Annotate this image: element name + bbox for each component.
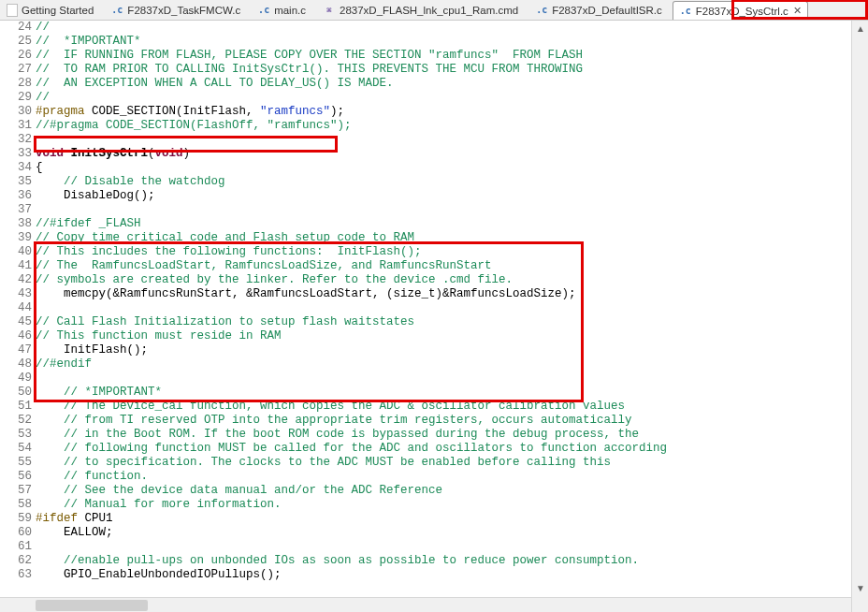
- line-number: 60: [0, 526, 32, 540]
- code-line[interactable]: // The RamfuncsLoadStart, RamfuncsLoadSi…: [36, 259, 851, 273]
- code-line[interactable]: [36, 540, 851, 554]
- line-number: 57: [0, 484, 32, 498]
- line-number: 27: [0, 63, 32, 77]
- code-line[interactable]: [36, 133, 851, 147]
- line-number: 24: [0, 21, 32, 35]
- line-number: 41: [0, 259, 32, 273]
- code-line[interactable]: // The Device_cal function, which copies…: [36, 400, 851, 414]
- line-number: 54: [0, 442, 32, 456]
- line-number: 62: [0, 554, 32, 568]
- line-number: 39: [0, 231, 32, 245]
- line-number: 35: [0, 175, 32, 189]
- code-line[interactable]: #pragma CODE_SECTION(InitFlash, "ramfunc…: [36, 105, 851, 119]
- line-number: 59: [0, 512, 32, 526]
- line-number: 48: [0, 357, 32, 372]
- c-file-icon: .c: [679, 5, 692, 18]
- vertical-scrollbar[interactable]: ▲ ▼: [851, 21, 868, 612]
- code-line[interactable]: // *IMPORTANT*: [36, 386, 851, 400]
- tab-f2837xd-defaultisr-c[interactable]: .cF2837xD_DefaultISR.c: [528, 0, 669, 19]
- code-line[interactable]: [36, 301, 851, 315]
- horizontal-scrollbar[interactable]: [0, 597, 851, 612]
- code-content[interactable]: //// *IMPORTANT*// IF RUNNING FROM FLASH…: [36, 21, 851, 612]
- line-number: 56: [0, 470, 32, 484]
- c-file-icon: .c: [535, 4, 548, 17]
- code-line[interactable]: #ifdef CPU1: [36, 512, 851, 526]
- scroll-up-arrow[interactable]: ▲: [854, 22, 867, 36]
- code-line[interactable]: InitFlash();: [36, 343, 851, 357]
- code-line[interactable]: // *IMPORTANT*: [36, 35, 851, 49]
- code-line[interactable]: // in the Boot ROM. If the boot ROM code…: [36, 428, 851, 442]
- code-line[interactable]: // Manual for more information.: [36, 498, 851, 512]
- line-number: 63: [0, 568, 32, 582]
- tab-getting-started[interactable]: Getting Started: [0, 0, 100, 19]
- line-number: 51: [0, 400, 32, 414]
- code-line[interactable]: //: [36, 91, 851, 105]
- code-line[interactable]: //#ifdef _FLASH: [36, 217, 851, 231]
- code-line[interactable]: DisableDog();: [36, 189, 851, 203]
- tab-label: Getting Started: [22, 5, 94, 16]
- line-number: 40: [0, 245, 32, 259]
- scroll-down-arrow[interactable]: ▼: [854, 582, 867, 595]
- line-number: 32: [0, 133, 32, 147]
- tab-label: F2837xD_SysCtrl.c: [696, 6, 788, 17]
- code-line[interactable]: // TO RAM PRIOR TO CALLING InitSysCtrl()…: [36, 63, 851, 77]
- code-line[interactable]: // This includes the following functions…: [36, 245, 851, 259]
- line-number: 42: [0, 273, 32, 287]
- code-line[interactable]: // from TI reserved OTP into the appropr…: [36, 414, 851, 428]
- code-line[interactable]: [36, 372, 851, 386]
- line-number: 49: [0, 372, 32, 386]
- c-file-icon: .c: [110, 4, 123, 17]
- tab-f2837xd-sysctrl-c[interactable]: .cF2837xD_SysCtrl.c✕: [673, 1, 808, 20]
- line-number: 31: [0, 119, 32, 133]
- line-number: 52: [0, 414, 32, 428]
- editor-area: 2425262728293031323334353637383940414243…: [0, 21, 868, 612]
- code-line[interactable]: // See the device data manual and/or the…: [36, 484, 851, 498]
- line-number-gutter: 2425262728293031323334353637383940414243…: [0, 21, 36, 612]
- horizontal-scrollbar-thumb[interactable]: [36, 600, 148, 611]
- code-line[interactable]: GPIO_EnableUnbondedIOPullups();: [36, 568, 851, 582]
- tab-f2837xd-taskfmcw-c[interactable]: .cF2837xD_TaskFMCW.c: [104, 0, 247, 19]
- code-line[interactable]: // AN EXCEPTION WHEN A CALL TO DELAY_US(…: [36, 77, 851, 91]
- code-line[interactable]: memcpy(&RamfuncsRunStart, &RamfuncsLoadS…: [36, 287, 851, 301]
- code-line[interactable]: // function.: [36, 470, 851, 484]
- line-number: 47: [0, 343, 32, 357]
- code-line[interactable]: // following function MUST be called for…: [36, 442, 851, 456]
- code-line[interactable]: EALLOW;: [36, 526, 851, 540]
- line-number: 61: [0, 540, 32, 554]
- code-line[interactable]: //: [36, 21, 851, 35]
- tab-2837xd-flash-lnk-cpu1-ram-cmd[interactable]: ⌘2837xD_FLASH_lnk_cpu1_Ram.cmd: [316, 0, 525, 19]
- code-line[interactable]: // Copy time critical code and Flash set…: [36, 231, 851, 245]
- code-line[interactable]: //#endif: [36, 357, 851, 372]
- page-icon: [7, 4, 18, 17]
- code-line[interactable]: [36, 203, 851, 217]
- line-number: 28: [0, 77, 32, 91]
- code-line[interactable]: //#pragma CODE_SECTION(FlashOff, "ramfun…: [36, 119, 851, 133]
- line-number: 53: [0, 428, 32, 442]
- cmd-file-icon: ⌘: [323, 4, 336, 17]
- code-line[interactable]: // Disable the watchdog: [36, 175, 851, 189]
- tab-label: F2837xD_TaskFMCW.c: [127, 5, 240, 16]
- line-number: 43: [0, 287, 32, 301]
- tab-label: main.c: [274, 5, 306, 16]
- code-line[interactable]: {: [36, 161, 851, 175]
- line-number: 33: [0, 147, 32, 161]
- line-number: 50: [0, 386, 32, 400]
- editor-tab-bar: Getting Started.cF2837xD_TaskFMCW.c.cmai…: [0, 0, 868, 21]
- line-number: 37: [0, 203, 32, 217]
- code-line[interactable]: //enable pull-ups on unbonded IOs as soo…: [36, 554, 851, 568]
- line-number: 58: [0, 498, 32, 512]
- line-number: 36: [0, 189, 32, 203]
- line-number: 38: [0, 217, 32, 231]
- code-line[interactable]: // to specification. The clocks to the A…: [36, 456, 851, 470]
- code-line[interactable]: // Call Flash Initialization to setup fl…: [36, 315, 851, 329]
- tab-main-c[interactable]: .cmain.c: [251, 0, 312, 19]
- code-line[interactable]: void InitSysCtrl(void): [36, 147, 851, 161]
- line-number: 46: [0, 329, 32, 343]
- tab-label: 2837xD_FLASH_lnk_cpu1_Ram.cmd: [340, 5, 518, 16]
- code-line[interactable]: // symbols are created by the linker. Re…: [36, 273, 851, 287]
- code-line[interactable]: // IF RUNNING FROM FLASH, PLEASE COPY OV…: [36, 49, 851, 63]
- close-icon[interactable]: ✕: [793, 5, 802, 17]
- code-line[interactable]: // This function must reside in RAM: [36, 329, 851, 343]
- line-number: 30: [0, 105, 32, 119]
- tab-label: F2837xD_DefaultISR.c: [552, 5, 662, 16]
